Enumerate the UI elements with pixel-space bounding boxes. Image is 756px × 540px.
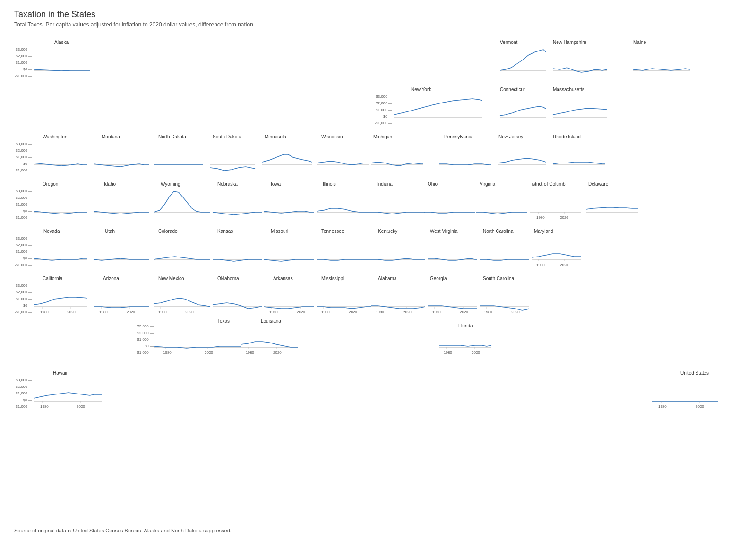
west-virginia-label: West Virginia [430,229,458,234]
california-label: California [43,276,63,281]
svg-text:$3,000 —: $3,000 — [16,142,32,146]
oklahoma-label: Oklahoma [217,276,239,281]
north-dakota-label: North Dakota [158,134,186,139]
arkansas-label: Arkansas [273,276,293,281]
svg-text:-$1,000 —: -$1,000 — [15,215,32,220]
hawaii-label: Hawaii [53,370,67,376]
svg-text:2020: 2020 [127,310,135,314]
idaho-label: Idaho [104,181,116,187]
svg-text:$1,000 —: $1,000 — [16,391,32,395]
svg-text:$0 —: $0 — [145,344,154,348]
svg-text:1980: 1980 [321,310,330,314]
svg-text:$2,000 —: $2,000 — [16,243,32,247]
new-mexico-label: New Mexico [158,276,184,281]
svg-text:$3,000 —: $3,000 — [137,324,154,328]
svg-text:$3,000 —: $3,000 — [16,189,32,193]
svg-text:-$1,000 —: -$1,000 — [375,121,392,125]
svg-text:2020: 2020 [560,215,568,220]
colorado-label: Colorado [158,229,178,234]
new-jersey-label: New Jersey [498,134,523,139]
svg-text:$2,000 —: $2,000 — [376,101,392,105]
svg-text:$1,000 —: $1,000 — [376,108,392,112]
svg-text:-$1,000 —: -$1,000 — [15,263,32,267]
svg-text:2020: 2020 [511,310,520,314]
georgia-label: Georgia [430,276,447,281]
texas-label: Texas [217,318,230,324]
svg-text:$3,000 —: $3,000 — [16,283,32,288]
wisconsin-label: Wisconsin [321,134,343,139]
svg-text:2020: 2020 [67,310,76,314]
maryland-label: Maryland [534,229,553,234]
svg-text:-$1,000 —: -$1,000 — [15,74,32,78]
us-label: United States [680,370,709,376]
iowa-label: Iowa [271,181,281,187]
michigan-label: Michigan [373,134,392,139]
svg-text:$0 —: $0 — [23,398,32,402]
chart-svg: text.state-name { font-size: 10px; fill:… [14,35,742,517]
louisiana-label: Louisiana [261,318,281,324]
rhode-island-label: Rhode Island [553,134,581,139]
indiana-label: Indiana [377,181,393,187]
svg-text:1980: 1980 [246,351,254,355]
svg-text:1980: 1980 [269,310,278,314]
svg-text:1980: 1980 [484,310,492,314]
north-carolina-label: North Carolina [483,229,514,234]
svg-text:1980: 1980 [444,351,452,355]
svg-text:2020: 2020 [205,351,213,355]
svg-text:1980: 1980 [432,310,441,314]
svg-text:2020: 2020 [185,310,194,314]
main-chart: text.state-name { font-size: 10px; fill:… [14,35,742,518]
dc-label: istrict of Columb [532,181,566,187]
svg-text:$0 —: $0 — [23,67,32,71]
svg-text:2020: 2020 [560,263,568,267]
svg-text:2020: 2020 [349,310,357,314]
svg-text:$2,000 —: $2,000 — [16,148,32,153]
svg-text:2020: 2020 [696,404,704,409]
svg-text:$1,000 —: $1,000 — [16,202,32,206]
oregon-label: Oregon [43,181,58,187]
svg-text:2020: 2020 [273,351,282,355]
svg-text:$3,000 —: $3,000 — [376,94,392,99]
svg-text:1980: 1980 [40,404,49,409]
svg-text:2020: 2020 [472,351,480,355]
svg-text:$0 —: $0 — [23,303,32,308]
missouri-label: Missouri [271,229,288,234]
svg-text:2020: 2020 [403,310,412,314]
south-dakota-label: South Dakota [213,134,241,139]
svg-text:$2,000 —: $2,000 — [16,54,32,58]
minnesota-label: Minnesota [265,134,287,139]
svg-text:2020: 2020 [297,310,305,314]
florida-label: Florida [458,323,473,328]
svg-text:1980: 1980 [163,351,172,355]
svg-text:1980: 1980 [536,263,545,267]
svg-text:1980: 1980 [658,404,667,409]
svg-text:-$1,000 —: -$1,000 — [15,404,32,409]
virginia-label: Virginia [480,181,496,187]
svg-text:$1,000 —: $1,000 — [16,155,32,159]
svg-text:$2,000 —: $2,000 — [16,196,32,200]
alabama-label: Alabama [378,276,397,281]
delaware-label: Delaware [588,181,609,187]
svg-text:$2,000 —: $2,000 — [137,331,154,335]
svg-text:1980: 1980 [536,215,545,220]
nevada-label: Nevada [43,229,60,234]
pennsylvania-label: Pennsylvania [444,134,472,139]
page-title: Taxation in the States [14,9,742,19]
svg-text:2020: 2020 [77,404,85,409]
nebraska-label: Nebraska [217,181,238,187]
svg-text:$2,000 —: $2,000 — [16,290,32,294]
svg-text:2020: 2020 [460,310,468,314]
kentucky-label: Kentucky [378,229,397,234]
svg-text:1980: 1980 [158,310,167,314]
svg-text:$0 —: $0 — [383,114,392,119]
south-carolina-label: South Carolina [483,276,515,281]
new-york-label: New York [411,87,431,92]
svg-text:$1,000 —: $1,000 — [137,337,154,342]
subtitle: Total Taxes. Per capita values adjusted … [14,21,742,28]
svg-text:$0 —: $0 — [23,162,32,166]
new-hampshire-label: New Hampshire [553,40,587,45]
svg-text:$3,000 —: $3,000 — [16,236,32,240]
kansas-label: Kansas [217,229,233,234]
footer-note: Source of original data is United States… [14,528,742,533]
svg-text:$3,000 —: $3,000 — [16,378,32,382]
